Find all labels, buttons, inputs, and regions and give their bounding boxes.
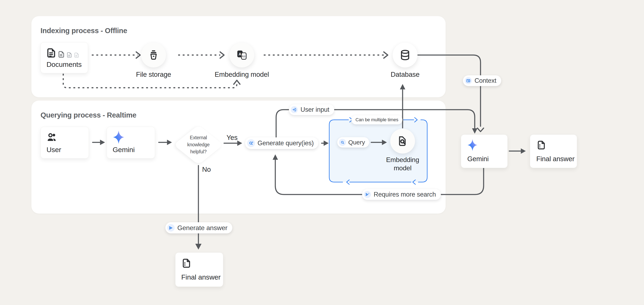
article-icon [465, 77, 472, 84]
final-answer-bottom-label: Final answer [181, 273, 220, 281]
query-label: Query [348, 139, 365, 146]
gemini-star-icon [113, 130, 125, 144]
user-node: User [40, 127, 89, 158]
final-answer-right-label: Final answer [536, 155, 574, 163]
text-to-numbers-icon: A 0,1 [236, 50, 248, 61]
final-answer-right-node: Final answer [530, 135, 577, 168]
diagram-canvas: Indexing process - Offline Querying proc… [0, 0, 644, 305]
send-sparkle-icon [364, 191, 371, 198]
document-icon-tertiary [66, 52, 72, 58]
arrowhead-finalanswer-right [521, 148, 526, 154]
arrowhead-requires-return [272, 154, 278, 160]
arrowhead-context-chevron [478, 128, 484, 132]
context-badge: Context [463, 75, 501, 86]
requires-more-search-badge: Requires more search [362, 189, 441, 200]
querying-panel-title: Querying process - Realtime [40, 111, 136, 119]
arrowhead-loop-up [234, 80, 240, 84]
document-icon-primary [46, 48, 56, 58]
loop-box-can-be-multiple-times [329, 118, 427, 184]
login-arrow-icon [291, 106, 298, 113]
documents-node: Documents [40, 42, 88, 73]
embedding-model-query-node [390, 129, 415, 154]
storage-bucket-icon [148, 49, 159, 61]
user-label: User [46, 146, 61, 154]
generate-queries-node: Generate query(ies) [245, 137, 318, 149]
arrowhead-embedding [220, 52, 224, 58]
svg-text:A: A [239, 52, 242, 56]
gemini-final-label: Gemini [467, 155, 488, 163]
user-input-badge: User input [289, 104, 334, 115]
final-answer-bottom-node: Final answer [175, 252, 223, 287]
document-icon-faint [74, 52, 79, 58]
gemini-star-icon [467, 139, 478, 151]
database-cylinder-icon [399, 49, 411, 61]
generate-answer-badge: Generate answer [165, 222, 232, 233]
arrowhead-gemini [100, 140, 105, 145]
database-node [393, 43, 418, 68]
embedding-model-query-label: Embedding model [382, 156, 423, 172]
arrowhead-loopbox [324, 141, 328, 146]
generate-answer-label: Generate answer [177, 224, 227, 232]
arrowhead-database [384, 52, 388, 58]
gemini-final-node: Gemini [461, 135, 508, 168]
embedding-model-offline-node: A 0,1 [230, 43, 254, 68]
search-sparkle-icon [247, 139, 255, 147]
can-be-multiple-times-badge: Can be multiple times [351, 115, 402, 124]
decision-label: External knowledge helpful? [183, 134, 214, 155]
database-label: Database [382, 70, 428, 79]
gemini-node: Gemini [107, 127, 155, 158]
edge-context [418, 55, 480, 126]
arrowhead-no [195, 244, 202, 249]
embedding-model-offline-label: Embedding model [209, 70, 275, 79]
arrowhead-decision [167, 140, 172, 145]
document-icon-secondary [58, 51, 65, 58]
documents-label: Documents [46, 60, 82, 69]
gemini-label: Gemini [113, 146, 135, 154]
file-storage-label: File storage [125, 70, 182, 79]
arrowhead-filestorage [136, 52, 140, 58]
search-icon [339, 139, 346, 146]
arrowhead-yes [237, 141, 242, 146]
users-icon [46, 132, 58, 143]
document-search-icon [397, 136, 408, 147]
no-label: No [202, 166, 211, 173]
arrowhead-userinput-gemini [472, 128, 478, 134]
can-be-multiple-times-label: Can be multiple times [356, 117, 398, 123]
send-icon [167, 224, 175, 231]
document-stack-icon [46, 48, 79, 58]
requires-more-search-label: Requires more search [374, 191, 436, 198]
generate-queries-label: Generate query(ies) [258, 139, 314, 147]
file-storage-node [141, 43, 166, 68]
user-input-badge-label: User input [300, 106, 329, 113]
context-badge-label: Context [474, 77, 496, 84]
yes-label: Yes [226, 134, 238, 142]
query-node: Query [337, 137, 369, 148]
indexing-panel-title: Indexing process - Offline [40, 27, 127, 35]
arrowhead-database-up [400, 84, 405, 89]
document-list-icon [536, 140, 546, 150]
svg-text:0,1: 0,1 [242, 55, 246, 58]
document-list-icon [181, 258, 192, 268]
